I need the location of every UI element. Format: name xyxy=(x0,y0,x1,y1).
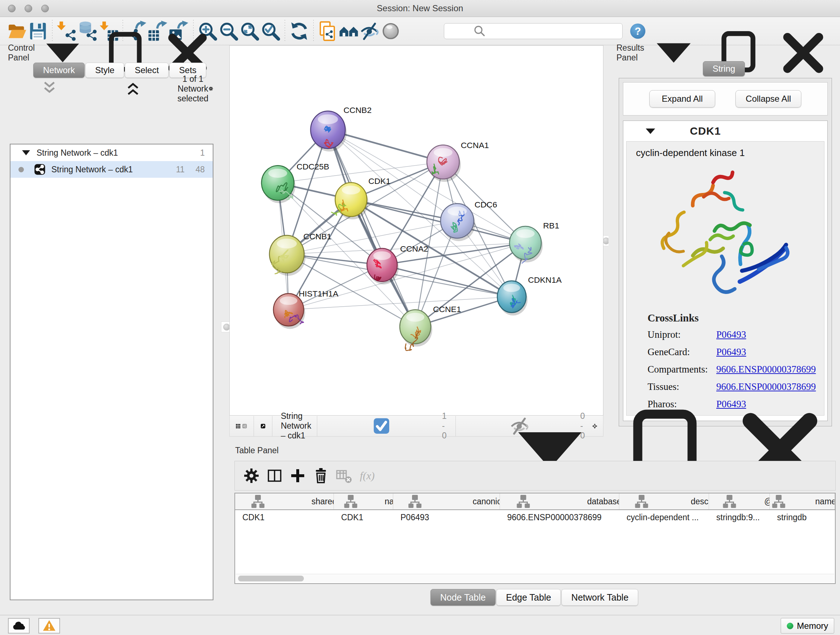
status-bar: Memory xyxy=(0,615,840,635)
crosslink-link[interactable]: 9606.ENSP00000378699 xyxy=(716,364,816,375)
tab-network-table[interactable]: Network Table xyxy=(561,589,638,606)
delete-column-button[interactable] xyxy=(311,466,331,486)
network-node-CDC6[interactable]: CDC6 xyxy=(441,200,497,241)
network-node-CCNA1[interactable]: CCNA1 xyxy=(427,141,489,182)
tab-string[interactable]: String xyxy=(703,61,745,76)
node-label-CCNE1: CCNE1 xyxy=(433,304,461,314)
help-button[interactable]: ? xyxy=(629,22,646,40)
tab-select[interactable]: Select xyxy=(125,63,169,78)
table-row[interactable]: CDK1CDK1P064939606.ENSP00000378699cyclin… xyxy=(235,510,835,525)
crosslink-link[interactable]: 9606.ENSP00000378699 xyxy=(716,381,816,393)
tab-style[interactable]: Style xyxy=(85,63,124,78)
table-body: CDK1CDK1P064939606.ENSP00000378699cyclin… xyxy=(235,510,835,525)
collection-collapse-caret-icon[interactable] xyxy=(22,150,30,155)
crosslink-link[interactable]: P06493 xyxy=(716,347,746,358)
tab-edge-table[interactable]: Edge Table xyxy=(496,589,561,606)
network-collection-row[interactable]: String Network – cdk1 1 xyxy=(11,144,213,161)
column-header-label: canonical name xyxy=(472,497,500,507)
protein-structure-image xyxy=(649,162,801,307)
network-node-CDKN1A[interactable]: CDKN1A xyxy=(497,275,562,316)
network-node-CCNB2[interactable]: CCNB2 xyxy=(311,105,372,152)
delete-column-icon xyxy=(312,467,330,485)
node-attribute-table: shared namenamecanonical namedatabase id… xyxy=(234,493,836,584)
column-header-description[interactable]: description xyxy=(619,494,709,509)
network-view-canvas[interactable]: CCNB2CCNA1CDC25BCDK1CDC6RB1CCNB1CCNA2CDK… xyxy=(229,45,603,416)
toolbar-separator xyxy=(285,20,285,42)
network-node-CCNA2[interactable]: CCNA2 xyxy=(367,244,428,285)
zoom-selected-button[interactable] xyxy=(260,20,281,42)
column-header-name[interactable]: name xyxy=(334,494,393,509)
crosslink-link[interactable]: P06493 xyxy=(716,329,746,340)
close-window-button[interactable] xyxy=(8,5,16,12)
network-node-CCNE1[interactable]: CCNE1 xyxy=(400,304,461,351)
left-splitter-handle[interactable] xyxy=(223,324,230,331)
table-gear-button[interactable] xyxy=(241,466,262,486)
show-orb-button[interactable] xyxy=(380,20,401,42)
tab-node-table[interactable]: Node Table xyxy=(431,589,496,606)
attr-col-icon xyxy=(619,494,686,509)
node-label-CCNB1: CCNB1 xyxy=(303,232,332,241)
network-from-document-button[interactable] xyxy=(317,20,338,42)
cloud-status-button[interactable] xyxy=(8,618,30,633)
zoom-out-button[interactable] xyxy=(218,20,239,42)
birdseye-view-button[interactable] xyxy=(260,417,266,435)
network-share-button[interactable] xyxy=(241,417,248,435)
selected-checkbox-icon[interactable] xyxy=(323,416,440,436)
node-count: 11 xyxy=(176,165,185,174)
grid-view-button[interactable] xyxy=(235,417,241,435)
right-splitter[interactable] xyxy=(603,45,608,437)
column-header-sharedname[interactable]: shared name xyxy=(235,494,334,509)
network-node-CCNB1[interactable]: CCNB1 xyxy=(270,232,332,276)
hide-eye-button[interactable] xyxy=(359,20,380,42)
search-icon xyxy=(448,24,512,39)
warnings-button[interactable] xyxy=(38,618,60,633)
tab-network[interactable]: Network xyxy=(33,63,85,78)
crosslink-label: GeneCard: xyxy=(647,347,716,358)
expand-all-button[interactable]: Expand All xyxy=(649,90,715,108)
edge-count: 48 xyxy=(195,165,205,174)
column-header-databaseidentifier[interactable]: database identifier xyxy=(500,494,619,509)
refresh-view-button[interactable] xyxy=(289,20,309,42)
add-column-icon xyxy=(289,467,306,485)
network-row-selected[interactable]: String Network – cdk1 11 48 xyxy=(11,161,213,178)
crosslinks-section: CrossLinks Uniprot:P06493GeneCard:P06493… xyxy=(627,307,824,410)
memory-button[interactable]: Memory xyxy=(781,618,834,633)
node-details-collapse-caret[interactable] xyxy=(646,128,655,134)
node-label-CDK1: CDK1 xyxy=(368,176,390,186)
column-header-label: description xyxy=(691,497,709,507)
control-panel: Control Panel NetworkStyleSelectSets 1 o… xyxy=(0,45,224,615)
open-session-icon xyxy=(6,20,27,42)
minimize-window-button[interactable] xyxy=(25,5,32,12)
results-panel-close-button[interactable] xyxy=(774,24,832,82)
table-cell: 9606.ENSP00000378699 xyxy=(500,510,619,525)
table-panel: Table Panel f(x) shared namenamecanonica… xyxy=(229,443,840,615)
column-header-canonicalname[interactable]: canonical name xyxy=(393,494,500,509)
collapse-all-networks-icon[interactable] xyxy=(94,79,172,98)
results-panel-title: Results Panel xyxy=(616,43,645,63)
left-splitter[interactable] xyxy=(224,45,229,615)
column-header-label: shared name xyxy=(311,497,334,507)
table-cell: stringdb xyxy=(770,510,835,525)
houses-button[interactable] xyxy=(338,20,359,42)
help-icon: ? xyxy=(629,22,646,40)
expand-all-networks-icon[interactable] xyxy=(10,79,88,98)
title-bar: Session: New Session xyxy=(0,0,840,17)
network-options-gear-button[interactable] xyxy=(208,82,213,95)
collapse-all-button[interactable]: Collapse All xyxy=(736,90,801,108)
maximize-window-button[interactable] xyxy=(41,5,49,12)
zoom-fit-button[interactable] xyxy=(239,20,260,42)
results-panel-menu-button[interactable] xyxy=(645,24,703,82)
search-input[interactable] xyxy=(512,24,619,38)
table-horizontal-scrollbar[interactable] xyxy=(236,574,834,583)
show-columns-button[interactable] xyxy=(264,466,285,486)
close-x-icon xyxy=(774,24,832,82)
open-session-button[interactable] xyxy=(6,20,27,42)
add-column-button[interactable] xyxy=(287,466,308,486)
network-graph[interactable]: CCNB2CCNA1CDC25BCDK1CDC6RB1CCNB1CCNA2CDK… xyxy=(230,46,603,415)
column-header-id[interactable]: @id xyxy=(709,494,770,509)
crosslink-label: Tissues: xyxy=(647,381,716,393)
attr-col-icon xyxy=(709,494,760,509)
column-header-namespace[interactable]: namespace xyxy=(770,494,835,509)
network-node-RB1[interactable]: RB1 xyxy=(509,221,559,263)
scrollbar-thumb[interactable] xyxy=(238,576,304,581)
